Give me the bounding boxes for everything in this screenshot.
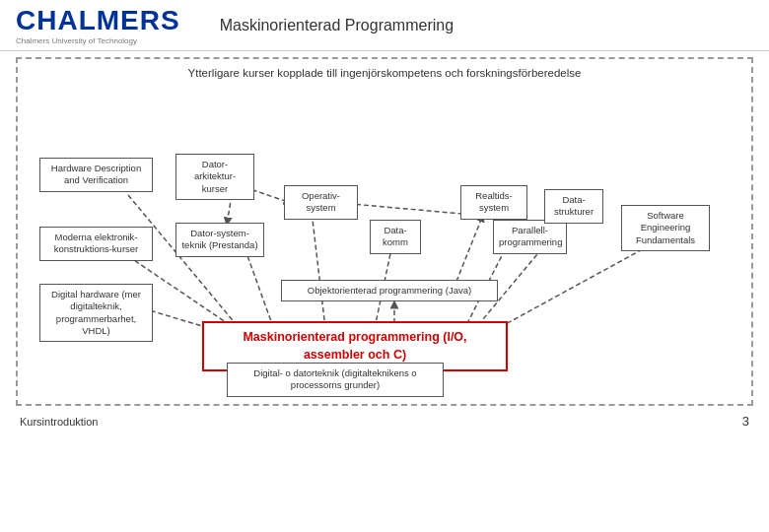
outer-box-title: Ytterligare kurser kopplade till ingenjö… — [30, 67, 739, 79]
footer-label: Kursintroduktion — [20, 416, 99, 428]
chalmers-logo: CHALMERS — [16, 5, 180, 35]
parallell-box: Parallell-programmering — [493, 220, 567, 254]
page-number: 3 — [742, 414, 749, 429]
operativ-system-box: Operativ-system — [284, 185, 358, 220]
digital-datorteknik-box: Digital- o datorteknik (digitalteknikens… — [227, 363, 444, 397]
svg-line-2 — [454, 215, 483, 289]
datakommunikation-box: Data-komm — [370, 220, 421, 254]
page-title: Maskinorienterad Programmering — [220, 17, 454, 34]
realtid-box: Realtids-system — [460, 185, 527, 220]
chalmers-subtitle: Chalmers University of Technology — [16, 36, 180, 45]
dator-system-box: Dator-system-teknik (Prestanda) — [175, 223, 264, 257]
moderna-elektronik-box: Moderna elektronik-konstruktions-kurser — [39, 227, 153, 261]
digital-hardware-box: Digital hardware (mer digitalteknik, pro… — [39, 284, 153, 342]
hardware-description-box: Hardware Description and Verification — [39, 158, 153, 192]
svg-line-3 — [311, 203, 325, 328]
software-eng-box: Software Engineering Fundamentals — [621, 205, 710, 251]
objektorienterad-box: Objektorienterad programmering (Java) — [281, 280, 498, 301]
dator-arkitektur-box: Dator-arkitektur-kurser — [175, 154, 254, 200]
datastrukturer-box: Data-strukturer — [544, 189, 603, 224]
svg-line-14 — [340, 203, 473, 215]
